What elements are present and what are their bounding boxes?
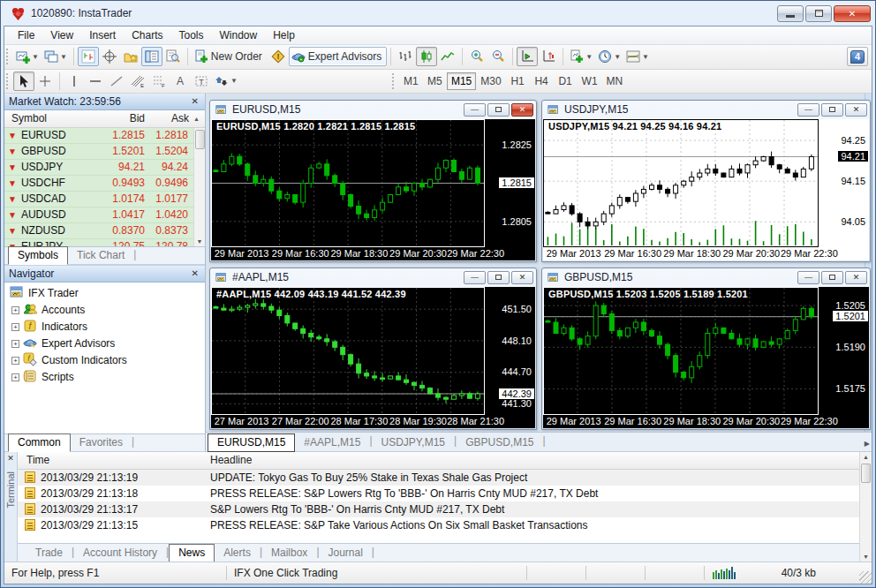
market-watch-row[interactable]: ▼EURJPY120.75120.78 (4, 239, 193, 246)
period-m1[interactable]: M1 (399, 72, 423, 90)
scroll-down-icon[interactable]: ▼ (197, 237, 203, 246)
trend-line-button[interactable] (106, 72, 127, 91)
news-row[interactable]: 2013/03/29 21:13:15PRESS RELEASE: S&P Ta… (18, 517, 859, 533)
horizontal-line-button[interactable] (85, 72, 106, 91)
price-plot[interactable] (211, 119, 485, 247)
time-axis[interactable]: 29 Mar 201329 Mar 16:3029 Mar 18:3029 Ma… (211, 247, 535, 260)
tree-item-root[interactable]: IFX Trader (4, 285, 205, 302)
tab-scroll-right-icon[interactable]: ▶ (865, 440, 870, 448)
profiles-button[interactable]: ▼ (42, 47, 70, 66)
expand-plus-icon[interactable]: + (11, 357, 19, 365)
line-chart-button[interactable] (437, 47, 458, 66)
period-m30[interactable]: M30 (476, 72, 505, 90)
chart-body[interactable]: 94.2594.1594.0594.2129 Mar 201329 Mar 16… (543, 119, 869, 260)
favorites-button[interactable] (120, 47, 141, 66)
tab-alerts[interactable]: Alerts (215, 545, 260, 562)
chart-tab-eurusd-m15[interactable]: EURUSD,M15 (208, 433, 295, 452)
market-watch-row[interactable]: ▼EURUSD1.28151.2818 (4, 128, 193, 144)
chart-body[interactable]: 1.28251.28051.281529 Mar 201329 Mar 16:3… (211, 119, 535, 260)
price-plot[interactable] (211, 287, 485, 415)
chart-minimize-button[interactable]: — (464, 103, 486, 117)
scrollbar-thumb[interactable] (861, 464, 871, 483)
news-row[interactable]: 2013/03/29 21:13:18PRESS RELEASE: S&P Lo… (18, 486, 859, 501)
chart-restore-button[interactable] (821, 103, 843, 117)
price-scale[interactable]: 1.28251.28051.2815 (485, 119, 535, 247)
chart-shift-button[interactable] (538, 47, 559, 66)
title-bar[interactable]: 1020890: InstaTrader ✕ (4, 1, 872, 26)
chart-restore-button[interactable] (821, 271, 843, 284)
period-mn[interactable]: MN (602, 72, 628, 90)
tab-favorites[interactable]: Favorites (71, 434, 132, 451)
time-axis[interactable]: 27 Mar 201327 Mar 22:0028 Mar 17:3028 Ma… (211, 415, 535, 428)
chart-window-titlebar[interactable]: #AAPL,M15—✕ (210, 268, 536, 287)
chart-body[interactable]: 1.52051.51901.51751.520129 Mar 201329 Ma… (543, 287, 869, 428)
time-axis[interactable]: 29 Mar 201329 Mar 16:3029 Mar 18:3029 Ma… (543, 415, 869, 428)
templates-button[interactable]: ▼ (567, 47, 595, 66)
time-axis[interactable]: 29 Mar 201329 Mar 16:3029 Mar 18:3029 Ma… (543, 247, 869, 260)
period-d1[interactable]: D1 (554, 72, 578, 90)
expand-plus-icon[interactable]: + (11, 340, 19, 348)
chevron-down-icon[interactable]: ▼ (585, 53, 593, 61)
price-plot[interactable] (543, 119, 819, 247)
terminal-scrollbar[interactable]: ▲ ▼ (859, 452, 872, 562)
menu-tools[interactable]: Tools (171, 27, 212, 43)
column-symbol[interactable]: Symbol (4, 112, 96, 124)
status-mode[interactable]: IFX One Click Trading (227, 566, 527, 580)
indicators-button[interactable]: ▼ (623, 47, 652, 66)
tab-symbols[interactable]: Symbols (8, 246, 68, 265)
scroll-down-icon[interactable]: ▼ (863, 552, 869, 562)
chart-minimize-button[interactable]: — (797, 271, 819, 284)
price-plot[interactable] (543, 287, 819, 415)
chart-close-button[interactable]: ✕ (845, 103, 867, 117)
tab-mailbox[interactable]: Mailbox (262, 545, 316, 562)
scroll-up-icon[interactable]: ▲ (863, 452, 869, 462)
zoom-in-button[interactable] (466, 47, 487, 66)
market-watch-row[interactable]: ▼NZDUSD0.83700.8373 (4, 223, 193, 239)
chevron-down-icon[interactable]: ▼ (32, 53, 39, 61)
expert-advisors-button[interactable]: Expert Advisors (289, 47, 387, 66)
terminal-column-header[interactable]: Time Headline (18, 452, 859, 470)
news-row[interactable]: 2013/03/29 21:13:17S&P Lowers Rtg To 'BB… (18, 501, 859, 517)
new-chart-button[interactable]: ▼ (13, 47, 42, 66)
arrows-button[interactable]: ▼ (212, 72, 240, 91)
menu-insert[interactable]: Insert (81, 27, 124, 43)
market-watch-row[interactable]: ▼USDCAD1.01741.0177 (4, 192, 193, 207)
text-tool-button[interactable]: A (170, 72, 191, 91)
auto-scroll-button[interactable] (517, 47, 538, 66)
price-scale[interactable]: 94.2594.1594.0594.21 (819, 119, 869, 247)
tab-journal[interactable]: Journal (320, 545, 372, 562)
chevron-down-icon[interactable]: ▼ (60, 53, 67, 61)
expand-plus-icon[interactable]: + (11, 306, 19, 314)
market-watch-button[interactable] (141, 47, 162, 66)
close-button[interactable]: ✕ (834, 5, 871, 22)
toolbar-grip[interactable] (6, 49, 11, 64)
chart-minimize-button[interactable]: — (464, 271, 486, 284)
period-m5[interactable]: M5 (423, 72, 447, 90)
tick-chart-button[interactable] (78, 47, 99, 66)
chart-gbpusd[interactable]: 1.52051.51901.51751.520129 Mar 201329 Ma… (543, 287, 869, 428)
chart-tab--aapl-m15[interactable]: #AAPL,M15 (295, 434, 369, 451)
chart-window-titlebar[interactable]: EURUSD,M15—✕ (210, 101, 536, 119)
tab-tick-chart[interactable]: Tick Chart (68, 247, 133, 264)
chart-close-button[interactable]: ✕ (845, 271, 867, 284)
menu-view[interactable]: View (42, 27, 81, 43)
tab-account-history[interactable]: Account History (74, 545, 166, 562)
zoom-out-button[interactable] (487, 47, 509, 66)
chart-eurusd[interactable]: 1.28251.28051.281529 Mar 201329 Mar 16:3… (211, 119, 535, 260)
vertical-line-button[interactable] (64, 72, 85, 91)
period-w1[interactable]: W1 (578, 72, 602, 90)
minimize-button[interactable] (777, 5, 804, 22)
market-watch-close-icon[interactable]: ✕ (190, 96, 200, 106)
column-time[interactable]: Time (18, 454, 210, 466)
tree-item-scripts[interactable]: +Scripts (4, 369, 205, 386)
navigator-close-icon[interactable]: ✕ (190, 268, 200, 278)
period-h1[interactable]: H1 (506, 72, 530, 90)
chart-window-titlebar[interactable]: GBPUSD,M15—✕ (542, 268, 870, 287)
chart-aapl[interactable]: 451.50448.10444.70441.30442.3927 Mar 201… (211, 287, 535, 428)
column-bid[interactable]: Bid (96, 112, 145, 124)
candlestick-chart-button[interactable] (416, 47, 437, 66)
crosshair-tool-button[interactable] (34, 72, 56, 91)
tree-item-experts[interactable]: +Expert Advisors (4, 335, 205, 352)
resize-grip[interactable] (859, 571, 872, 584)
chart-restore-button[interactable] (487, 103, 510, 117)
